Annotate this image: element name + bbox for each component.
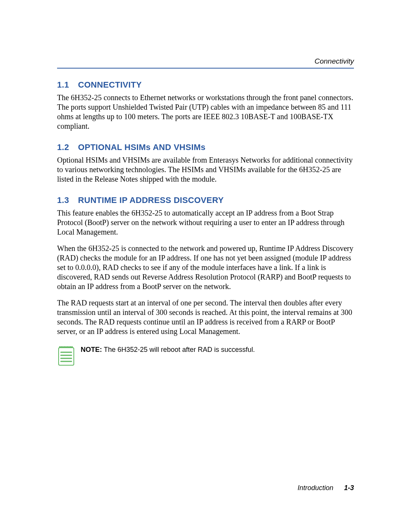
section-1-1-heading: 1.1CONNECTIVITY xyxy=(57,80,354,90)
section-1-3-paragraph-3: The RAD requests start at an interval of… xyxy=(57,298,354,336)
note-text: NOTE: The 6H352-25 will reboot after RAD… xyxy=(81,345,255,354)
section-1-2-heading: 1.2OPTIONAL HSIMs AND VHSIMs xyxy=(57,142,354,152)
footer-page-number: 1-3 xyxy=(344,484,354,492)
section-1-3-number: 1.3 xyxy=(57,195,78,205)
section-1-3-heading: 1.3RUNTIME IP ADDRESS DISCOVERY xyxy=(57,195,354,205)
footer-chapter: Introduction xyxy=(298,484,333,492)
section-1-1-paragraph: The 6H352-25 connects to Ethernet networ… xyxy=(57,93,354,131)
page-footer: Introduction1-3 xyxy=(298,484,354,492)
section-1-2-paragraph: Optional HSIMs and VHSIMs are available … xyxy=(57,155,354,184)
page: Connectivity 1.1CONNECTIVITY The 6H352-2… xyxy=(0,0,411,532)
section-1-2-number: 1.2 xyxy=(57,142,78,152)
svg-rect-0 xyxy=(59,348,74,365)
running-head: Connectivity xyxy=(57,57,354,69)
section-1-1-number: 1.1 xyxy=(57,80,78,90)
note-body: The 6H352-25 will reboot after RAD is su… xyxy=(102,346,255,353)
section-1-2-title: OPTIONAL HSIMs AND VHSIMs xyxy=(78,142,206,152)
notepad-icon xyxy=(57,345,75,368)
section-1-1-title: CONNECTIVITY xyxy=(78,80,142,89)
section-1-3-paragraph-1: This feature enables the 6H352-25 to aut… xyxy=(57,208,354,237)
section-1-3-title: RUNTIME IP ADDRESS DISCOVERY xyxy=(78,195,224,205)
section-1-3-paragraph-2: When the 6H352-25 is connected to the ne… xyxy=(57,244,354,291)
note-block: NOTE: The 6H352-25 will reboot after RAD… xyxy=(57,345,354,368)
note-label: NOTE: xyxy=(81,346,102,353)
